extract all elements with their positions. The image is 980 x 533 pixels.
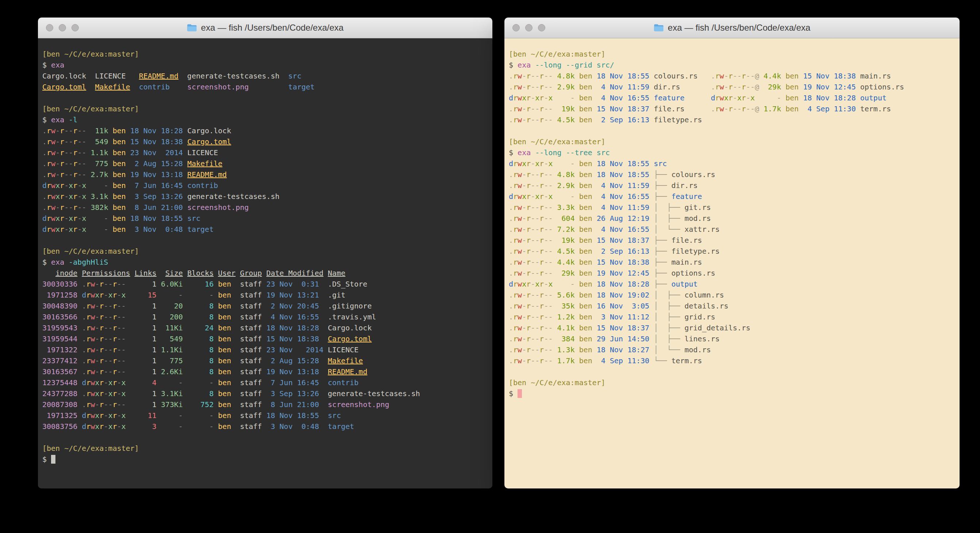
terminal-line: 31959543 .rw-r--r-- 1 11Ki 24 ben staff … — [42, 322, 492, 333]
terminal-line: .rw-r--r-- 1.7k ben 4 Sep 11:30 └── term… — [509, 355, 959, 366]
terminal-line: $ exa --long --tree src — [509, 147, 959, 158]
terminal-line: .rw-r--r-- 35k ben 16 Nov 3:05 │ ├── det… — [509, 300, 959, 311]
terminal-line: $ — [509, 388, 959, 399]
terminal-line: 1971258 drwxr-xr-x 15 - - ben staff 19 N… — [42, 289, 492, 300]
terminal-line: .rw-r--r-- 19k ben 15 Nov 18:37 file.rs … — [509, 103, 959, 114]
terminal-line: .rw-r--r-- 4.4k ben 15 Nov 18:38 ├── mai… — [509, 257, 959, 268]
terminal-line — [42, 432, 492, 443]
terminal-line — [509, 125, 959, 136]
window-controls — [46, 18, 79, 38]
terminal-line: drwxr-xr-x - ben 18 Nov 18:55 src — [509, 158, 959, 169]
terminal-line: 1971322 .rw-r--r-- 1 1.1Ki 8 ben staff 2… — [42, 344, 492, 355]
terminal-line: drwxr-xr-x - ben 4 Nov 16:55 feature drw… — [509, 93, 959, 103]
window-title-text: exa — fish /Users/ben/Code/exa/exa — [201, 22, 344, 33]
terminal-line: Cargo.lock LICENCE README.md generate-te… — [42, 70, 492, 81]
terminal-line: .rw-r--r-- 19k ben 15 Nov 18:37 ├── file… — [509, 235, 959, 246]
terminal-line: [ben ~/C/e/exa:master] — [42, 443, 492, 454]
terminal-line: 30083756 drwxr-xr-x 3 - - ben staff 3 No… — [42, 421, 492, 432]
terminal-line: $ exa -abghHliS — [42, 257, 492, 268]
terminal-line — [509, 366, 959, 377]
terminal-line: [ben ~/C/e/exa:master] — [509, 377, 959, 388]
terminal-line: .rw-r--r-- 2.9k ben 4 Nov 11:59 dir.rs .… — [509, 81, 959, 93]
terminal-line: 31959544 .rw-r--r-- 1 549 8 ben staff 15… — [42, 333, 492, 344]
terminal-line: drwxr-xr-x - ben 18 Nov 18:55 src — [42, 213, 492, 224]
terminal-line: .rw-r--r-- 775 ben 2 Aug 15:28 Makefile — [42, 158, 492, 169]
minimize-button[interactable] — [525, 24, 533, 31]
terminal-line: Cargo.toml Makefile contrib screenshot.p… — [42, 81, 492, 93]
terminal-line: drwxr-xr-x - ben 4 Nov 16:55 ├── feature — [509, 191, 959, 202]
terminal-line: .rw-r--r-- 382k ben 8 Jun 21:00 screensh… — [42, 202, 492, 213]
terminal-line: .rwxr-xr-x 3.1k ben 3 Sep 13:26 generate… — [42, 191, 492, 202]
terminal-line: .rw-r--r-- 4.1k ben 15 Nov 18:37 │ ├── g… — [509, 322, 959, 333]
window-title: exa — fish /Users/ben/Code/exa/exa — [187, 22, 344, 33]
terminal-line: .rw-r--r-- 4.5k ben 2 Sep 16:13 ├── file… — [509, 246, 959, 257]
terminal-line: $ exa --long --grid src/ — [509, 59, 959, 70]
terminal-line: 23377412 .rw-r--r-- 1 775 8 ben staff 2 … — [42, 355, 492, 366]
window-title-text: exa — fish /Users/ben/Code/exa/exa — [668, 22, 810, 33]
terminal-body[interactable]: [ben ~/C/e/exa:master]$ exaCargo.lock LI… — [38, 38, 492, 488]
terminal-line: .rw-r--r-- 4.5k ben 2 Sep 16:13 filetype… — [509, 114, 959, 125]
zoom-button[interactable] — [538, 24, 545, 31]
terminal-line: .rw-r--r-- 1.1k ben 23 Nov 2014 LICENCE — [42, 147, 492, 158]
terminal-window-dark: exa — fish /Users/ben/Code/exa/exa [ben … — [38, 18, 492, 488]
terminal-line: 30163566 .rw-r--r-- 1 200 8 ben staff 4 … — [42, 311, 492, 322]
terminal-line: .rw-r--r-- 4.8k ben 18 Nov 18:55 colours… — [509, 70, 959, 81]
terminal-line: drwxr-xr-x - ben 7 Jun 16:45 contrib — [42, 180, 492, 191]
minimize-button[interactable] — [59, 24, 66, 31]
terminal-line: [ben ~/C/e/exa:master] — [42, 246, 492, 257]
terminal-line: [ben ~/C/e/exa:master] — [42, 103, 492, 114]
terminal-line: .rw-r--r-- 11k ben 18 Nov 18:28 Cargo.lo… — [42, 125, 492, 136]
terminal-line: drwxr-xr-x - ben 18 Nov 18:28 ├── output — [509, 279, 959, 289]
terminal-line: .rw-r--r-- 3.3k ben 4 Nov 11:59 │ ├── gi… — [509, 202, 959, 213]
terminal-line: 1971325 drwxr-xr-x 11 - - ben staff 18 N… — [42, 410, 492, 421]
terminal-line: 30030336 .rw-r--r-- 1 6.0Ki 16 ben staff… — [42, 279, 492, 289]
terminal-line: [ben ~/C/e/exa:master] — [42, 49, 492, 59]
terminal-line: $ exa — [42, 59, 492, 70]
terminal-line: .rw-r--r-- 5.6k ben 18 Nov 19:02 │ ├── c… — [509, 289, 959, 300]
terminal-line: $ — [42, 454, 492, 465]
terminal-line: .rw-r--r-- 2.9k ben 4 Nov 11:59 ├── dir.… — [509, 180, 959, 191]
folder-icon — [187, 24, 197, 32]
terminal-line: $ exa -l — [42, 114, 492, 125]
window-controls — [512, 18, 545, 38]
terminal-line: 30048390 .rw-r--r-- 1 20 8 ben staff 2 N… — [42, 300, 492, 311]
folder-icon — [654, 24, 664, 32]
terminal-line: 20087308 .rw-r--r-- 1 373Ki 752 ben staf… — [42, 399, 492, 410]
terminal-line: .rw-r--r-- 549 ben 15 Nov 18:38 Cargo.to… — [42, 136, 492, 147]
terminal-line — [42, 93, 492, 103]
window-title: exa — fish /Users/ben/Code/exa/exa — [654, 22, 810, 33]
terminal-line: .rw-r--r-- 604 ben 26 Aug 12:19 │ ├── mo… — [509, 213, 959, 224]
titlebar[interactable]: exa — fish /Users/ben/Code/exa/exa — [504, 18, 959, 38]
terminal-window-light: exa — fish /Users/ben/Code/exa/exa [ben … — [504, 18, 959, 488]
terminal-line: .rw-r--r-- 4.8k ben 18 Nov 18:55 ├── col… — [509, 169, 959, 180]
terminal-line: [ben ~/C/e/exa:master] — [509, 49, 959, 59]
terminal-line: .rw-r--r-- 384 ben 29 Jun 14:50 │ ├── li… — [509, 333, 959, 344]
close-button[interactable] — [46, 24, 53, 31]
terminal-line: .rw-r--r-- 2.7k ben 19 Nov 13:18 README.… — [42, 169, 492, 180]
zoom-button[interactable] — [72, 24, 79, 31]
terminal-line: 12375448 drwxr-xr-x 4 - - ben staff 7 Ju… — [42, 377, 492, 388]
close-button[interactable] — [512, 24, 520, 31]
terminal-line: .rw-r--r-- 1.3k ben 18 Nov 18:27 │ └── m… — [509, 344, 959, 355]
terminal-line: drwxr-xr-x - ben 3 Nov 0:48 target — [42, 224, 492, 235]
text-cursor — [517, 389, 522, 398]
titlebar[interactable]: exa — fish /Users/ben/Code/exa/exa — [38, 18, 492, 38]
terminal-line — [42, 235, 492, 246]
terminal-body[interactable]: [ben ~/C/e/exa:master]$ exa --long --gri… — [504, 38, 959, 488]
terminal-line: .rw-r--r-- 7.2k ben 4 Nov 16:55 │ └── xa… — [509, 224, 959, 235]
terminal-line: 24377288 .rwxr-xr-x 1 3.1Ki 8 ben staff … — [42, 388, 492, 399]
terminal-line: [ben ~/C/e/exa:master] — [509, 136, 959, 147]
terminal-line: 30163567 .rw-r--r-- 1 2.6Ki 8 ben staff … — [42, 366, 492, 377]
terminal-line: .rw-r--r-- 29k ben 19 Nov 12:45 ├── opti… — [509, 268, 959, 279]
terminal-line: inode Permissions Links Size Blocks User… — [42, 268, 492, 279]
text-cursor — [51, 455, 56, 464]
terminal-line: .rw-r--r-- 1.2k ben 3 Nov 11:12 │ ├── gr… — [509, 311, 959, 322]
